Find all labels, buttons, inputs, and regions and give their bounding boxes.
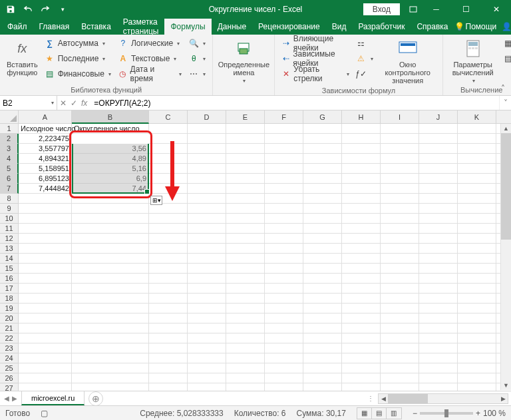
cell[interactable]	[342, 184, 381, 194]
cell[interactable]	[226, 174, 265, 184]
cell[interactable]	[265, 314, 303, 323]
cell[interactable]	[19, 314, 72, 323]
row-header[interactable]: 8	[0, 194, 19, 204]
cell[interactable]	[265, 383, 303, 391]
cell[interactable]	[303, 144, 342, 154]
logical-button[interactable]: ?Логические▾	[115, 36, 185, 51]
cell[interactable]	[188, 373, 226, 383]
cell[interactable]	[188, 363, 226, 373]
cell[interactable]	[458, 224, 496, 234]
cell[interactable]	[149, 343, 188, 353]
row-header[interactable]: 4	[0, 154, 19, 164]
lookup-button[interactable]: 🔍▾	[186, 36, 208, 51]
cell[interactable]	[226, 333, 265, 343]
cell[interactable]	[303, 353, 342, 363]
cell[interactable]	[188, 294, 226, 304]
cell[interactable]	[458, 304, 496, 314]
trace-dependents-button[interactable]: ⇠Зависимые ячейки	[279, 51, 351, 66]
cell[interactable]	[419, 284, 458, 294]
cell[interactable]	[19, 363, 72, 373]
zoom-in-button[interactable]: +	[476, 409, 480, 418]
tab-рецензирование[interactable]: Рецензирование	[252, 19, 326, 35]
row-header[interactable]: 5	[0, 164, 19, 174]
cell[interactable]	[458, 294, 496, 304]
cell[interactable]	[419, 214, 458, 224]
cell[interactable]	[188, 234, 226, 244]
maximize-button[interactable]: ☐	[451, 0, 481, 19]
cell[interactable]	[458, 194, 496, 204]
autosum-button[interactable]: ∑Автосумма▾	[42, 36, 114, 51]
cell[interactable]	[381, 244, 419, 254]
cell[interactable]	[72, 343, 149, 353]
cell[interactable]	[19, 244, 72, 254]
row-header[interactable]: 6	[0, 174, 19, 184]
cell[interactable]	[342, 383, 381, 391]
cell[interactable]: 4,894321	[19, 154, 72, 164]
accept-formula-icon[interactable]: ✓	[71, 99, 77, 108]
cell[interactable]	[19, 383, 72, 391]
login-button[interactable]: Вход	[363, 3, 400, 15]
cell[interactable]	[72, 373, 149, 383]
row-header[interactable]: 11	[0, 224, 19, 234]
cell[interactable]	[342, 134, 381, 144]
cell[interactable]	[188, 353, 226, 363]
cell[interactable]	[381, 194, 419, 204]
cell[interactable]	[188, 284, 226, 294]
formula-input[interactable]	[90, 99, 499, 108]
cell[interactable]	[226, 154, 265, 164]
cell[interactable]	[149, 134, 188, 144]
cell[interactable]	[419, 224, 458, 234]
cell[interactable]	[458, 124, 496, 134]
scroll-left-icon[interactable]: ◀	[379, 394, 388, 403]
cell[interactable]	[72, 314, 149, 323]
cell[interactable]	[19, 254, 72, 264]
cell[interactable]	[303, 254, 342, 264]
cell[interactable]	[381, 314, 419, 323]
cell[interactable]	[265, 254, 303, 264]
cell[interactable]	[303, 373, 342, 383]
cell[interactable]	[342, 264, 381, 274]
column-header[interactable]: J	[419, 110, 458, 124]
cell[interactable]	[226, 144, 265, 154]
cell[interactable]	[72, 353, 149, 363]
cell[interactable]	[188, 204, 226, 214]
cell[interactable]	[226, 134, 265, 144]
row-header[interactable]: 18	[0, 294, 19, 304]
tab-вид[interactable]: Вид	[326, 19, 353, 35]
cell[interactable]	[265, 333, 303, 343]
cell[interactable]	[265, 224, 303, 234]
select-all-button[interactable]	[0, 110, 19, 124]
cell[interactable]	[72, 333, 149, 343]
row-header[interactable]: 7	[0, 184, 19, 194]
cell[interactable]	[303, 124, 342, 134]
horizontal-scrollbar[interactable]: ◀ ▶	[378, 393, 508, 404]
cell[interactable]	[381, 343, 419, 353]
share-button[interactable]: 👤Общий доступ	[498, 17, 511, 36]
cell[interactable]	[265, 244, 303, 254]
cell[interactable]	[342, 373, 381, 383]
cell[interactable]	[381, 383, 419, 391]
evaluate-button[interactable]: ƒ✓	[353, 67, 376, 81]
cell[interactable]	[458, 154, 496, 164]
cell[interactable]	[303, 343, 342, 353]
cell[interactable]	[458, 363, 496, 373]
cell[interactable]	[342, 194, 381, 204]
zoom-out-button[interactable]: −	[413, 409, 417, 418]
cell[interactable]	[19, 373, 72, 383]
cell[interactable]	[226, 194, 265, 204]
scroll-up-icon[interactable]: ▲	[501, 124, 511, 133]
show-formulas-button[interactable]: ⚏	[353, 36, 376, 51]
cell[interactable]	[149, 353, 188, 363]
cell[interactable]	[419, 373, 458, 383]
cell[interactable]	[188, 254, 226, 264]
tab-данные[interactable]: Данные	[212, 19, 252, 35]
cell[interactable]	[303, 304, 342, 314]
cell[interactable]	[342, 164, 381, 174]
cell[interactable]	[419, 234, 458, 244]
cell[interactable]	[188, 274, 226, 284]
cell[interactable]: 3,56	[72, 144, 149, 154]
cell[interactable]	[226, 224, 265, 234]
sheet-nav-next-icon[interactable]: ▶	[12, 395, 17, 402]
cell[interactable]	[188, 144, 226, 154]
cell[interactable]	[458, 383, 496, 391]
